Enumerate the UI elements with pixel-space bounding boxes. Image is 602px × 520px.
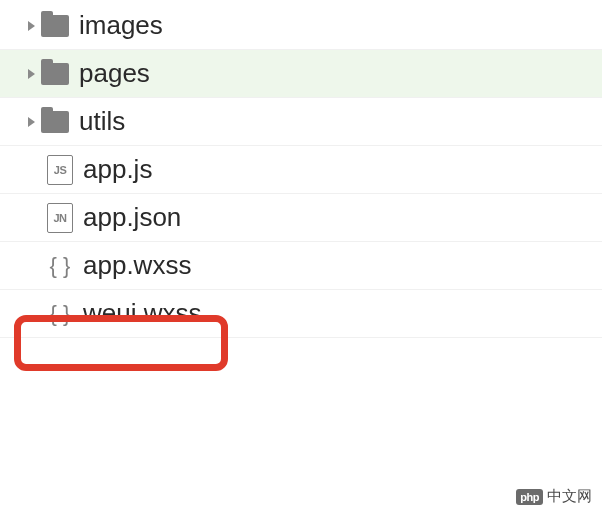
tree-item-label: pages bbox=[79, 58, 150, 89]
disclosure-icon bbox=[28, 117, 35, 127]
js-file-icon: JS bbox=[47, 155, 73, 185]
tree-item-label: app.json bbox=[83, 202, 181, 233]
tree-item-label: weui.wxss bbox=[83, 298, 201, 329]
file-tree: images pages utils JS app.js JN app.json… bbox=[0, 0, 602, 338]
folder-icon bbox=[41, 15, 69, 37]
tree-folder-utils[interactable]: utils bbox=[0, 98, 602, 146]
watermark-text: 中文网 bbox=[547, 487, 592, 506]
tree-file-app-js[interactable]: JS app.js bbox=[0, 146, 602, 194]
disclosure-icon bbox=[28, 21, 35, 31]
disclosure-icon bbox=[28, 69, 35, 79]
tree-file-weui-wxss[interactable]: { } weui.wxss bbox=[0, 290, 602, 338]
tree-item-label: images bbox=[79, 10, 163, 41]
watermark-badge: php bbox=[516, 489, 543, 505]
tree-file-app-json[interactable]: JN app.json bbox=[0, 194, 602, 242]
tree-folder-pages[interactable]: pages bbox=[0, 50, 602, 98]
folder-icon bbox=[41, 63, 69, 85]
tree-folder-images[interactable]: images bbox=[0, 2, 602, 50]
tree-item-label: app.js bbox=[83, 154, 152, 185]
tree-item-label: utils bbox=[79, 106, 125, 137]
watermark: php 中文网 bbox=[516, 487, 592, 506]
tree-item-label: app.wxss bbox=[83, 250, 191, 281]
tree-file-app-wxss[interactable]: { } app.wxss bbox=[0, 242, 602, 290]
folder-icon bbox=[41, 111, 69, 133]
braces-icon: { } bbox=[47, 251, 73, 281]
braces-icon: { } bbox=[47, 299, 73, 329]
json-file-icon: JN bbox=[47, 203, 73, 233]
